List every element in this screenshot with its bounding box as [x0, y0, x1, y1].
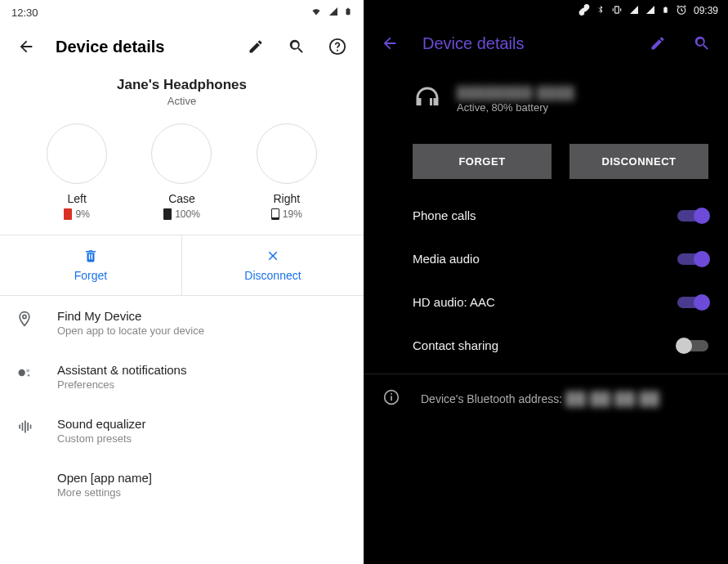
statusbar: 12:30	[0, 0, 364, 25]
wifi-icon	[310, 7, 323, 19]
setting-title: Open [app name]	[57, 471, 152, 485]
bluetooth-address-row: Device's Bluetooth address: ██:██:██:██	[364, 374, 728, 423]
svg-point-3	[26, 369, 29, 372]
battery-icon	[344, 6, 352, 20]
toggle-contact-sharing[interactable]: Contact sharing	[364, 324, 728, 367]
action-row: Forget Disconnect	[0, 235, 364, 296]
blank-icon	[16, 472, 34, 490]
toggle-label: Media audio	[413, 252, 480, 266]
forget-button[interactable]: Forget	[0, 235, 181, 295]
clock: 09:39	[694, 5, 718, 16]
battery-percent: 19%	[271, 208, 302, 220]
battery-low-icon	[64, 208, 72, 220]
setting-title: Assistant & notifications	[57, 363, 186, 377]
setting-title: Find My Device	[57, 309, 204, 323]
battery-percent: 9%	[64, 208, 89, 220]
action-row: FORGET DISCONNECT	[364, 139, 728, 194]
assistant-icon	[16, 365, 34, 383]
edit-button[interactable]	[646, 32, 669, 55]
device-header: Jane's Headphones Active	[0, 69, 364, 119]
phone-dark: 09:39 Device details ████████ ████ Activ…	[364, 0, 728, 564]
battery-label: Right	[273, 192, 300, 205]
equalizer-icon	[16, 419, 34, 436]
svg-point-2	[19, 369, 25, 376]
setting-text: Assistant & notifications Preferences	[57, 363, 186, 391]
setting-assistant[interactable]: Assistant & notifications Preferences	[0, 350, 364, 404]
battery-circle-icon	[47, 123, 107, 184]
setting-title: Sound equalizer	[57, 417, 145, 431]
svg-rect-10	[615, 6, 619, 12]
battery-row: Left 9% Case 100% Right 19%	[0, 119, 364, 235]
switch-icon[interactable]	[677, 210, 708, 222]
bluetooth-address-label: Device's Bluetooth address:	[421, 392, 562, 405]
switch-icon[interactable]	[677, 297, 708, 308]
svg-rect-7	[25, 421, 26, 433]
svg-rect-6	[22, 423, 24, 431]
switch-icon[interactable]	[677, 340, 708, 351]
phone-light: 12:30 Device details Jane's Hea	[0, 0, 364, 564]
svg-point-1	[23, 315, 26, 318]
battery-full-icon	[163, 208, 172, 220]
setting-sub: Open app to locate your device	[57, 325, 204, 337]
page-title: Device details	[422, 34, 625, 53]
info-icon	[383, 389, 400, 409]
setting-sub: Preferences	[57, 378, 186, 391]
device-status: Active, 80% battery	[457, 101, 575, 114]
setting-open-app[interactable]: Open [app name] More settings	[0, 458, 364, 512]
battery-circle-icon	[151, 123, 212, 184]
battery-label: Left	[67, 192, 86, 205]
battery-right: Right 19%	[246, 123, 328, 220]
disconnect-button[interactable]: DISCONNECT	[569, 144, 708, 179]
back-button[interactable]	[15, 35, 38, 58]
location-icon	[16, 311, 34, 329]
battery-low-icon	[271, 208, 279, 220]
svg-rect-8	[27, 423, 29, 431]
setting-equalizer[interactable]: Sound equalizer Custom presets	[0, 404, 364, 458]
svg-rect-12	[430, 98, 432, 105]
battery-circle-icon	[257, 123, 317, 184]
back-button[interactable]	[378, 32, 401, 55]
bluetooth-address-text: Device's Bluetooth address: ██:██:██:██	[421, 392, 660, 406]
battery-left: Left 9%	[36, 123, 118, 220]
battery-percent: 100%	[163, 208, 200, 220]
disconnect-button[interactable]: Disconnect	[181, 235, 364, 295]
toggle-hd-audio[interactable]: HD audio: AAC	[364, 280, 728, 324]
setting-find-device[interactable]: Find My Device Open app to locate your d…	[0, 296, 364, 350]
forget-button[interactable]: FORGET	[413, 144, 552, 179]
signal-icon	[328, 7, 339, 19]
toggle-label: Contact sharing	[413, 338, 498, 352]
svg-rect-15	[391, 393, 392, 395]
search-button[interactable]	[285, 35, 308, 58]
appbar: Device details	[0, 25, 364, 69]
battery-icon	[662, 4, 669, 18]
statusbar: 09:39	[364, 0, 728, 21]
toggle-media-audio[interactable]: Media audio	[364, 237, 728, 280]
battery-label: Case	[168, 192, 195, 205]
svg-point-4	[28, 374, 30, 377]
switch-icon[interactable]	[677, 253, 708, 265]
device-name: Jane's Headphones	[0, 77, 364, 93]
setting-text: Open [app name] More settings	[57, 471, 152, 499]
link-icon	[578, 4, 590, 18]
svg-rect-9	[30, 425, 32, 429]
signal-icon	[645, 5, 655, 17]
toggle-phone-calls[interactable]: Phone calls	[364, 194, 728, 237]
toggle-label: Phone calls	[413, 208, 476, 222]
help-button[interactable]	[326, 35, 349, 58]
status-icons	[310, 6, 352, 20]
setting-sub: Custom presets	[57, 432, 145, 445]
headphones-icon	[413, 83, 442, 116]
setting-text: Sound equalizer Custom presets	[57, 417, 145, 445]
appbar: Device details	[364, 21, 728, 65]
trash-icon	[83, 248, 98, 266]
setting-sub: More settings	[57, 486, 152, 499]
svg-rect-14	[391, 396, 392, 401]
device-status: Active	[0, 95, 364, 107]
bluetooth-address-value: ██:██:██:██	[566, 392, 660, 405]
device-text: ████████ ████ Active, 80% battery	[457, 86, 575, 114]
search-button[interactable]	[690, 32, 713, 55]
edit-button[interactable]	[244, 35, 267, 58]
page-title: Device details	[56, 38, 226, 56]
disconnect-label: Disconnect	[244, 269, 301, 282]
vibrate-icon	[611, 4, 623, 18]
